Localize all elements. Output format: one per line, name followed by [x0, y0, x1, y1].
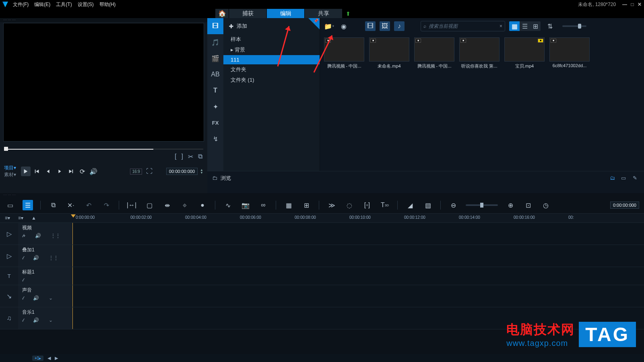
menu-settings[interactable]: 设置(S)	[78, 1, 94, 8]
title-tab-icon[interactable]: T	[207, 82, 223, 99]
step-back-icon[interactable]	[43, 167, 53, 176]
link-icon[interactable]: 𝓁	[22, 317, 23, 323]
play-button[interactable]	[21, 167, 31, 176]
media-item[interactable]: ■听说你喜欢我 第...	[459, 37, 500, 69]
mute-icon[interactable]: 🔊	[33, 317, 39, 323]
storyboard-mode-icon[interactable]: ▭	[5, 200, 15, 210]
step-fwd-icon[interactable]	[55, 167, 64, 176]
mute-icon[interactable]: 🔊	[33, 295, 39, 301]
tree-item-folder[interactable]: 文件夹	[223, 64, 320, 75]
snapshot-icon[interactable]: 📷	[240, 200, 251, 210]
preview-timecode[interactable]: 00:00:00:000	[166, 168, 198, 175]
close-icon[interactable]: ✕	[638, 2, 642, 7]
audio-wave-icon[interactable]: ∿	[223, 200, 233, 210]
tree-item-sample[interactable]: 样本	[223, 34, 320, 45]
preview-video[interactable]	[3, 23, 204, 142]
timeline-timecode[interactable]: 0:00:00:000	[610, 202, 639, 209]
undo-icon[interactable]: ↶	[83, 200, 94, 210]
folder-view-icon[interactable]: 🗂	[608, 175, 617, 182]
fade-icon[interactable]: ∞	[258, 200, 268, 210]
link-icon[interactable]: 𝓁	[22, 295, 23, 301]
minimize-icon[interactable]: —	[622, 2, 627, 7]
panel-grip-icon[interactable]: ⋯⋯⋯	[0, 18, 207, 22]
mute-icon[interactable]: 🔊	[33, 255, 39, 261]
media-item[interactable]: ■6c8fc471002dd...	[549, 37, 590, 69]
color-icon[interactable]: ▧	[423, 200, 433, 210]
tree-item-111[interactable]: 111	[223, 55, 320, 64]
stretch-icon[interactable]: ⇼	[162, 200, 172, 210]
track-type-sound-icon[interactable]: ↘	[0, 285, 18, 307]
zoom-in-icon[interactable]: ⊕	[505, 200, 516, 210]
tab-share[interactable]: 共享	[305, 9, 343, 18]
scroll-right-icon[interactable]: ▶	[55, 356, 58, 361]
tree-item-background[interactable]: ▸背景	[223, 45, 320, 55]
media-item[interactable]: ■腾讯视频 - 中国...	[414, 37, 454, 69]
menu-file[interactable]: 文件(F)	[13, 1, 29, 8]
upload-icon[interactable]: ⬆	[346, 10, 351, 17]
time-ruler[interactable]: 0:00:00:00 00:00:02:00 00:00:04:00 00:00…	[72, 214, 644, 222]
redo-icon[interactable]: ↷	[101, 200, 111, 210]
grid-snap-icon[interactable]: ⋮⋮	[51, 233, 60, 239]
collapse-tracks-icon[interactable]: ≡▾	[5, 215, 10, 221]
filter-audio-icon[interactable]: ♪	[394, 21, 405, 31]
home-button[interactable]: 🏠	[215, 9, 229, 18]
timeline-zoom-slider[interactable]	[466, 204, 498, 206]
record-icon[interactable]: ●	[197, 200, 208, 210]
goto-start-icon[interactable]	[32, 167, 42, 176]
search-input[interactable]: ⌕ 搜索当前视图 ×	[421, 21, 505, 31]
fit-icon[interactable]: ▢	[144, 200, 155, 210]
expand-icon[interactable]: ⛶	[146, 168, 153, 175]
clip-tab-icon[interactable]: 🎬	[207, 50, 223, 66]
preview-scrubber[interactable]	[4, 146, 203, 153]
maximize-icon[interactable]: □	[631, 2, 634, 7]
preview-tab-project[interactable]: 项目▾	[4, 165, 16, 171]
add-track-button[interactable]: +1▸	[32, 356, 43, 361]
tree-item-folder-1[interactable]: 文件夹 (1)	[223, 75, 320, 85]
browse-label[interactable]: 浏览	[221, 175, 231, 182]
track-type-overlay-icon[interactable]: ▷	[0, 245, 18, 267]
mute-icon[interactable]: 🔊	[35, 233, 41, 239]
volume-icon[interactable]: 🔊	[89, 167, 98, 176]
media-item[interactable]: ■未命名.mp4	[369, 37, 409, 69]
expand-tracks-icon[interactable]: ≡▾	[18, 215, 23, 221]
grid-icon[interactable]: ⊞	[301, 200, 312, 210]
preview-tab-material[interactable]: 素材▾	[4, 171, 16, 178]
loop-icon[interactable]: ⟳	[77, 167, 87, 176]
duration-icon[interactable]: ◷	[541, 200, 551, 210]
link-icon[interactable]: 𝓁▾	[22, 233, 25, 239]
timeline-grip-icon[interactable]: ⋯⋯⋯	[0, 193, 644, 197]
mask-icon[interactable]: ◢	[405, 200, 415, 210]
path-tab-icon[interactable]: ↯	[207, 131, 223, 147]
sort-icon[interactable]: ⇅	[545, 21, 555, 31]
import-folder-icon[interactable]: 📁+	[324, 21, 334, 31]
view-list-icon[interactable]: ☰	[520, 21, 530, 31]
scrub-thumb[interactable]	[4, 147, 8, 151]
tab-edit[interactable]: 编辑	[267, 9, 305, 18]
thumb-zoom-slider[interactable]	[562, 25, 586, 27]
clear-search-icon[interactable]: ×	[500, 23, 502, 29]
media-tab-icon[interactable]: 🎞	[207, 18, 223, 34]
pin-flag-icon[interactable]	[308, 18, 320, 29]
fit-zoom-icon[interactable]: ⊡	[523, 200, 533, 210]
mark-range-icon[interactable]: |↔|	[126, 200, 137, 210]
overlay-tab-icon[interactable]: ✦	[207, 99, 223, 115]
track-motion-icon[interactable]: [◦]	[362, 200, 372, 210]
copy-icon[interactable]: ⧉	[48, 200, 58, 210]
scroll-left-icon[interactable]: ◀	[47, 356, 51, 361]
track-type-video-icon[interactable]: ▷	[0, 223, 18, 245]
fx-tab-icon[interactable]: FX	[207, 115, 223, 131]
filter-video-icon[interactable]: 🎞	[365, 21, 376, 31]
media-item[interactable]: ■腾讯视频 - 中国...	[324, 37, 364, 69]
link-icon[interactable]: 𝓁	[22, 255, 23, 261]
crop-icon[interactable]: ⟐	[180, 200, 190, 210]
zoom-out-icon[interactable]: ⊖	[448, 200, 458, 210]
tab-capture[interactable]: 捕获	[229, 9, 267, 18]
scissors-icon[interactable]: ✂	[188, 153, 193, 160]
link-icon[interactable]: 𝓁	[22, 277, 23, 283]
filter-image-icon[interactable]: 🖼	[380, 21, 390, 31]
track-title1[interactable]: T 标题1𝓁	[0, 267, 644, 285]
chevron-down-icon[interactable]: ⌄	[49, 317, 53, 323]
chevron-down-icon[interactable]: ⌄	[49, 295, 53, 301]
track-type-music-icon[interactable]: ♫	[0, 307, 18, 329]
menu-tools[interactable]: 工具(T)	[56, 1, 72, 8]
